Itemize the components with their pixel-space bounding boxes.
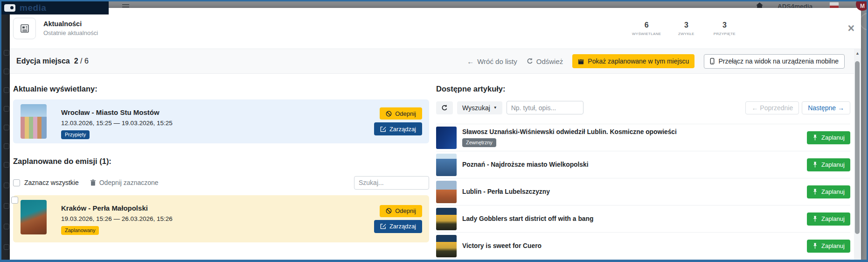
schedule-button[interactable]: Zaplanuj [807,212,850,226]
selection-row: Zaznacz wszystkie Odepnij zaznaczone [13,176,429,190]
article-thumbnail [436,181,457,203]
stat: 3 PRZYPIĘTE [711,21,737,36]
manage-button[interactable]: Zarządzaj [374,220,422,233]
modal-title: Aktualności [43,20,98,28]
pin-icon [812,243,818,249]
stat-value: 3 [817,18,821,27]
refresh-button[interactable]: Odśwież [527,57,563,65]
modal-scrollbar: ▲ [854,49,861,261]
sidebar-icon [4,203,9,209]
mobile-view-toggle-button[interactable]: Przełącz na widok na urządzenia mobilne [704,54,845,69]
stat-value: 3 [684,21,688,29]
edit-icon [380,223,386,229]
article-row: Lublin - Perła Lubelszczyzny Zaplanuj [436,178,850,205]
current-article-card: Wrocław - Miasto Stu Mostów 12.03.2026, … [13,99,429,143]
stat-value: 5 [767,18,771,27]
unpin-selected-button[interactable]: Odepnij zaznaczone [90,179,159,186]
brand-header: media [1,1,109,14]
pin-icon [812,189,818,195]
close-icon[interactable]: × [847,22,854,34]
stat-value: 6 [645,21,649,29]
article-list: Sławosz Uznański-Wiśniewski odwiedził Lu… [436,124,850,260]
sidebar-icon [4,87,9,93]
stat-label: POKAŻ WYKLUCZONE [802,28,836,39]
sidebar-icon [4,143,9,149]
available-heading: Dostępne artykuły: [436,85,850,93]
source-badge: Zewnętrzny [462,138,496,147]
sidebar-icon [4,125,9,130]
brand-logo-icon [4,4,15,12]
trash-icon [90,179,96,186]
stat[interactable]: 5 POKAŻ ZAPLANOWANE [750,14,788,43]
next-page-button[interactable]: Następne → [802,101,850,114]
sidebar-icon [4,69,9,74]
current-heading: Aktualnie wyświetlany: [13,85,429,93]
slot-edit-title: Edycja miejsca 2 / 6 [16,57,89,65]
stat-label: PRZYPIĘTE [714,32,736,36]
ban-icon [386,111,392,117]
article-row: Sławosz Uznański-Wiśniewski odwiedził Lu… [436,124,850,151]
planned-search-input[interactable] [354,176,429,190]
article-row: Poznań - Najdroższe miasto Wielkopolski … [436,151,850,178]
stat[interactable]: 3 POKAŻ WYKLUCZONE [800,14,838,43]
news-slot-modal: Aktualności Ostatnie aktualności 6 WYŚWI… [10,8,861,261]
refresh-icon [527,58,533,64]
article-title: Lady Gobblers start district off with a … [462,215,593,222]
user-avatar[interactable]: M [856,0,868,11]
refresh-icon [441,105,448,111]
unpin-button[interactable]: Odepnij [380,107,422,120]
header-stats: 6 WYŚWIETLANE 3 ZWYKŁE 3 PRZYPIĘTE [632,14,838,43]
edit-icon [380,126,386,132]
pin-icon [812,162,818,168]
sidebar-icon [4,224,9,229]
search-dropdown-button[interactable]: Wyszukaj ▼ [457,101,502,114]
scrollbar-thumb[interactable] [855,61,860,234]
reload-articles-button[interactable] [436,101,453,114]
back-to-list-button[interactable]: ← Wróć do listy [467,57,517,65]
article-thumbnail [436,127,457,149]
row-checkbox[interactable] [11,197,18,204]
unpin-button[interactable]: Odepnij [380,205,422,217]
article-search-input[interactable] [507,101,583,114]
schedule-button[interactable]: Zaplanuj [807,240,850,253]
mobile-phone-icon [710,58,715,64]
schedule-button[interactable]: Zaplanuj [807,131,850,144]
select-all-label: Zaznacz wszystkie [24,179,79,186]
select-all-checkbox[interactable] [13,179,20,186]
stat: 6 WYŚWIETLANE [632,21,661,36]
article-title: Poznań - Najdroższe miasto Wielkopolski [462,161,589,168]
article-row: Lady Gobblers start district off with a … [436,205,850,233]
stat-label: WYŚWIETLANE [632,32,661,36]
sidebar-icon [4,244,9,250]
article-thumbnail [436,208,457,230]
stat-value: 3 [722,21,727,29]
article-search-controls: Wyszukaj ▼ ← Poprzednie Następne → [436,101,850,114]
schedule-button[interactable]: Zaplanuj [807,185,850,198]
current-column: Aktualnie wyświetlany: Wrocław - Miasto … [10,74,429,260]
sidebar-icon [4,162,9,168]
article-thumbnail [436,235,457,257]
article-title: Victory is sweet for Cuero [462,242,542,249]
ban-icon [386,208,392,214]
manage-button[interactable]: Zarządzaj [374,122,422,135]
previous-page-button[interactable]: ← Poprzednie [745,101,799,114]
status-badge: Przypięty [61,130,90,139]
calendar-icon [578,58,584,64]
stat-label: POKAŻ ZAPLANOWANE [751,28,786,39]
sidebar-icon [4,50,9,56]
scroll-up-arrow[interactable]: ▲ [854,51,861,56]
show-planned-here-button[interactable]: Pokaż zaplanowane w tym miejscu [572,54,694,68]
article-title: Kraków - Perła Małopolski [61,204,173,212]
article-title: Wrocław - Miasto Stu Mostów [61,108,173,116]
app-window: ADS4media media M [0,0,868,262]
left-arrow-icon: ← [467,57,474,65]
pin-icon [812,135,818,141]
planned-heading: Zaplanowane do emisji (1): [13,157,429,166]
brand-text: media [20,3,46,13]
modal-subtitle: Ostatnie aktualności [43,29,98,36]
article-thumbnail [21,200,47,234]
planned-article-card: Kraków - Perła Małopolski 19.03.2026, 15… [13,195,429,242]
article-title: Sławosz Uznański-Wiśniewski odwiedził Lu… [462,128,677,135]
schedule-button[interactable]: Zaplanuj [807,158,850,171]
article-dates: 12.03.2026, 15:25 — 19.03.2026, 15:25 [61,120,173,127]
